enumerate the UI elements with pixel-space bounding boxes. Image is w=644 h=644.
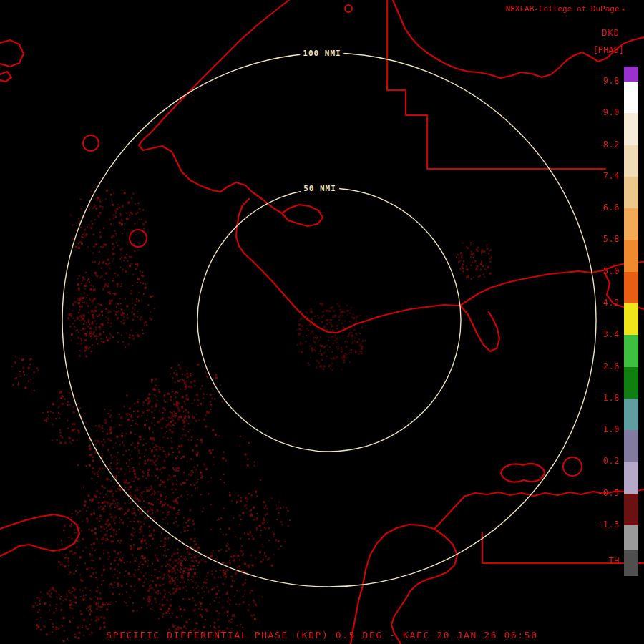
colorbar-segment xyxy=(624,208,638,240)
radar-display: 100 NMI 50 NMI NEXLAB-College of DuPage✳… xyxy=(0,0,644,644)
header: NEXLAB-College of DuPage✳ xyxy=(506,4,625,14)
colorbar-tick: 1.8 xyxy=(587,393,620,403)
colorbar xyxy=(624,67,638,576)
colorbar-segment xyxy=(624,494,638,525)
page-title: NEXLAB-College of DuPage xyxy=(506,4,620,14)
colorbar-segment xyxy=(624,430,638,462)
colorbar-tick: -0.5 xyxy=(587,488,620,498)
colorbar-tick: 2.6 xyxy=(587,361,620,371)
colorbar-segment xyxy=(624,462,638,493)
colorbar-tick: 9.8 xyxy=(587,76,620,86)
product-caption: SPECIFIC DIFFERENTIAL PHASE (KDP) 0.5 DE… xyxy=(0,630,644,640)
colorbar-segment xyxy=(624,177,638,208)
colorbar-segment xyxy=(624,335,638,366)
colorbar-segment xyxy=(624,367,638,399)
colorbar-segment xyxy=(624,82,638,113)
range-ring-100nmi xyxy=(62,53,596,587)
product-units-label: [PHAS] xyxy=(593,45,624,55)
range-ring-label-50nmi: 50 NMI xyxy=(301,183,339,194)
colorbar-tick: 9.0 xyxy=(587,107,620,117)
colorbar-tick: -1.3 xyxy=(587,519,620,530)
range-rings xyxy=(62,53,596,587)
map-boundaries xyxy=(0,0,644,644)
colorbar-tick: 0.2 xyxy=(587,456,620,466)
colorbar-segment xyxy=(624,240,638,271)
colorbar-tick: 7.4 xyxy=(587,171,620,181)
colorbar-segment xyxy=(624,399,638,430)
colorbar-segment xyxy=(624,303,638,335)
colorbar-segment xyxy=(624,67,638,82)
radar-map xyxy=(0,0,644,644)
colorbar-tick: TH xyxy=(587,556,620,566)
colorbar-tick: 1.0 xyxy=(587,424,620,434)
colorbar-tick: 3.4 xyxy=(587,329,620,339)
colorbar-segment xyxy=(624,525,638,551)
colorbar-tick: 5.0 xyxy=(587,266,620,276)
colorbar-tick: 8.2 xyxy=(587,140,620,150)
colorbar-segment xyxy=(624,145,638,177)
colorbar-segment xyxy=(624,550,638,576)
colorbar-segment xyxy=(624,272,638,303)
colorbar-segment xyxy=(624,113,638,145)
range-ring-label-100nmi: 100 NMI xyxy=(300,48,343,59)
colorbar-tick: 5.8 xyxy=(587,234,620,244)
product-code-label: DKD xyxy=(602,28,620,38)
cod-logo-icon: ✳ xyxy=(622,6,625,13)
colorbar-tick: 6.6 xyxy=(587,203,620,213)
colorbar-tick: 4.2 xyxy=(587,298,620,308)
